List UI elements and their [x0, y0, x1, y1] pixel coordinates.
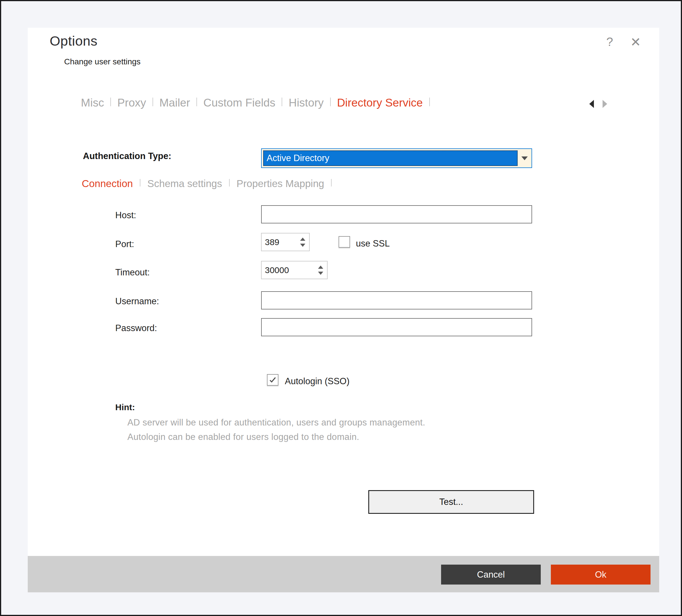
scroll-left-icon[interactable]	[589, 100, 594, 108]
autologin-sso-label: Autologin (SSO)	[285, 376, 349, 386]
spinner-up-icon[interactable]	[318, 265, 323, 269]
screenshot-frame: Options Change user settings ? ✕ Misc Pr…	[0, 0, 682, 616]
tab-separator	[153, 98, 153, 106]
subtab-schema-settings[interactable]: Schema settings	[146, 178, 223, 189]
chevron-down-icon	[521, 157, 528, 160]
cancel-button[interactable]: Cancel	[441, 565, 541, 585]
combobox-dropdown-button[interactable]	[518, 149, 531, 167]
username-input[interactable]	[261, 291, 532, 309]
tab-bar: Misc Proxy Mailer Custom Fields History …	[80, 96, 435, 109]
password-input[interactable]	[261, 318, 532, 336]
check-icon	[269, 376, 277, 384]
hint-title: Hint:	[115, 402, 135, 412]
options-dialog: Options Change user settings ? ✕ Misc Pr…	[28, 28, 659, 592]
close-icon[interactable]: ✕	[630, 36, 641, 48]
dialog-subtitle: Change user settings	[64, 57, 141, 66]
tab-mailer[interactable]: Mailer	[158, 96, 191, 109]
ok-button[interactable]: Ok	[551, 565, 651, 585]
port-stepper[interactable]	[261, 233, 310, 251]
spinner-up-icon[interactable]	[300, 238, 305, 241]
subtab-properties-mapping[interactable]: Properties Mapping	[235, 178, 325, 189]
timeout-stepper[interactable]	[261, 261, 327, 279]
dialog-title: Options	[50, 33, 97, 49]
host-input[interactable]	[261, 205, 532, 223]
timeout-input[interactable]	[262, 261, 314, 279]
tab-misc[interactable]: Misc	[80, 96, 105, 109]
use-ssl-checkbox[interactable]	[339, 236, 350, 248]
scroll-right-icon[interactable]	[603, 100, 607, 108]
subtab-separator	[140, 179, 140, 187]
spinner-down-icon[interactable]	[318, 271, 323, 275]
tab-proxy[interactable]: Proxy	[116, 96, 147, 109]
tab-separator	[197, 98, 197, 106]
subtab-separator	[229, 179, 230, 187]
port-label: Port:	[115, 239, 134, 250]
combobox-selected-value[interactable]: Active Directory	[263, 150, 518, 166]
subtab-bar: Connection Schema settings Properties Ma…	[81, 178, 337, 189]
dialog-footer: Cancel Ok	[28, 556, 659, 592]
port-spinner-arrows	[296, 233, 310, 251]
tab-separator	[110, 98, 111, 106]
tab-separator	[429, 98, 430, 106]
test-button[interactable]: Test...	[368, 490, 534, 514]
tab-custom-fields[interactable]: Custom Fields	[202, 96, 276, 109]
authentication-type-combobox[interactable]: Active Directory	[261, 148, 532, 168]
subtab-connection[interactable]: Connection	[81, 178, 134, 189]
authentication-type-label: Authentication Type:	[83, 151, 171, 161]
subtab-separator	[331, 179, 332, 187]
hint-line-1: AD server will be used for authenticatio…	[128, 418, 425, 428]
port-input[interactable]	[262, 233, 296, 251]
username-label: Username:	[115, 296, 159, 307]
host-label: Host:	[115, 210, 136, 220]
tab-directory-service[interactable]: Directory Service	[336, 96, 424, 109]
tab-separator	[330, 98, 331, 106]
timeout-label: Timeout:	[115, 267, 150, 278]
tab-scroll-arrows	[589, 100, 607, 108]
help-icon[interactable]: ?	[606, 36, 613, 48]
spinner-down-icon[interactable]	[300, 244, 305, 247]
password-label: Password:	[115, 323, 157, 333]
use-ssl-label: use SSL	[356, 238, 390, 249]
autologin-sso-checkbox[interactable]	[267, 374, 278, 386]
timeout-spinner-arrows	[314, 261, 327, 279]
tab-history[interactable]: History	[288, 96, 325, 109]
hint-line-2: Autologin can be enabled for users logge…	[128, 432, 359, 442]
tab-separator	[282, 98, 282, 106]
